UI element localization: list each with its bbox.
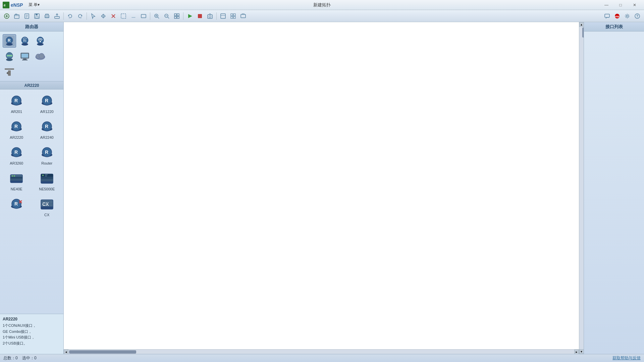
CX-label: CX [44, 213, 49, 217]
scroll-right-button[interactable]: ► [574, 350, 579, 354]
info-description: 1个CON/AUX接口， GE Combo接口， 1个Mini USB接口， 2… [3, 323, 61, 346]
svg-point-98 [12, 175, 13, 177]
restore-button[interactable]: □ [614, 2, 627, 8]
svg-rect-73 [5, 68, 14, 70]
select-button[interactable] [89, 11, 98, 21]
device-AR201[interactable]: R AR201 [3, 92, 31, 115]
canvas-scrollbar-h[interactable]: ◄ ► [64, 349, 579, 354]
lasso-button[interactable] [119, 11, 128, 21]
device-9[interactable]: R [3, 195, 31, 219]
NE5000E-label: NE5000E [39, 187, 55, 191]
device-CX[interactable]: CX CX [33, 195, 61, 219]
router2-category-icon[interactable]: Ri [18, 34, 32, 48]
canvas-area[interactable]: ▲ ▼ ◄ ► [64, 22, 584, 354]
open-sample-button[interactable] [22, 11, 32, 21]
settings-button[interactable] [623, 11, 632, 21]
device-Router[interactable]: R Router [33, 144, 61, 167]
close-button[interactable]: ✕ [628, 2, 641, 8]
topology-view-button[interactable] [218, 11, 228, 21]
right-panel: 接口列表 [584, 22, 644, 354]
scroll-down-button[interactable]: ▼ [579, 349, 584, 354]
svg-rect-5 [14, 15, 19, 18]
device-AR3260[interactable]: R AR3260 [3, 144, 31, 167]
device-AR2220[interactable]: R AR2220 [3, 118, 31, 141]
save-button[interactable] [32, 11, 42, 21]
device-NE40E[interactable]: NE40E [3, 170, 31, 193]
device-AR2240[interactable]: R AR2240 [33, 118, 61, 141]
redo-button[interactable] [75, 11, 85, 21]
undo-button[interactable] [65, 11, 75, 21]
device-AR1220[interactable]: R AR1220 [33, 92, 61, 115]
scroll-thumb-v[interactable] [582, 27, 584, 38]
scroll-thumb-h[interactable] [69, 350, 136, 354]
router-category-icon[interactable]: R [3, 34, 16, 48]
toolbar-sep-5 [216, 12, 217, 20]
selected-value: 0 [34, 356, 37, 360]
svg-rect-102 [41, 179, 53, 181]
svg-rect-74 [8, 70, 11, 76]
svg-point-72 [39, 53, 44, 59]
help-button[interactable]: ? [633, 11, 642, 21]
fit-view-button[interactable] [172, 11, 181, 21]
app-title-text: eNSP [11, 2, 23, 8]
rect-button[interactable] [139, 11, 148, 21]
device-list-scroll[interactable]: R AR201 R AR1220 [0, 89, 63, 314]
capture-button[interactable] [238, 11, 248, 21]
wireless-category-icon[interactable] [34, 34, 47, 48]
svg-rect-110 [41, 206, 53, 209]
huawei-logo: HW [612, 11, 622, 21]
toolbar-sep-2 [87, 12, 87, 20]
chat-button[interactable] [602, 11, 612, 21]
new-topology-button[interactable] [2, 11, 11, 21]
svg-point-65 [6, 58, 13, 61]
delete-button[interactable] [109, 11, 118, 21]
device-NE5000E[interactable]: NE5000E [33, 170, 61, 193]
toolbar-sep-4 [183, 12, 183, 20]
terminal-category-icon[interactable] [3, 65, 16, 78]
AR2220-icon: R [9, 120, 24, 134]
svg-rect-38 [231, 14, 233, 16]
stop-all-button[interactable] [195, 11, 205, 21]
minimize-button[interactable]: — [600, 2, 613, 8]
switch-category-icon[interactable] [3, 50, 16, 63]
device-list-container: AR2220 R AR201 [0, 81, 63, 314]
zoom-in-button[interactable] [152, 11, 161, 21]
device-subcategory-header: AR2220 [0, 81, 63, 89]
print-button[interactable] [42, 11, 52, 21]
svg-rect-28 [174, 14, 176, 16]
export-button[interactable] [52, 11, 62, 21]
start-all-button[interactable] [185, 11, 195, 21]
zoom-out-button[interactable] [162, 11, 171, 21]
cloud-category-icon[interactable] [34, 50, 47, 63]
toolbar-sep-1 [63, 12, 64, 20]
svg-point-58 [37, 43, 44, 46]
svg-text:R: R [8, 38, 11, 43]
scroll-up-button[interactable]: ▲ [579, 22, 584, 27]
svg-rect-96 [10, 179, 22, 181]
pc-category-icon[interactable] [18, 50, 32, 63]
app-logo: e eNSP [3, 2, 23, 8]
open-file-button[interactable] [12, 11, 21, 21]
pan-button[interactable] [99, 11, 108, 21]
svg-text:R: R [14, 149, 18, 155]
scroll-left-button[interactable]: ◄ [64, 350, 68, 354]
AR2240-label: AR2240 [40, 135, 54, 139]
logo-icon: e [3, 2, 9, 8]
right-panel-header: 接口列表 [584, 22, 644, 32]
total-label: 总数： [3, 356, 15, 360]
svg-text:R: R [45, 98, 48, 103]
Router-label: Router [41, 161, 52, 165]
help-link[interactable]: 获取帮助与反馈 [612, 355, 641, 361]
svg-rect-33 [198, 14, 202, 18]
category-label: 路由器 [25, 24, 38, 30]
grid-button[interactable] [228, 11, 238, 21]
menu-button[interactable]: 菜 单▾ [26, 1, 42, 8]
snapshot-button[interactable] [205, 11, 215, 21]
text-button[interactable]: … [129, 11, 138, 21]
svg-rect-12 [36, 16, 38, 18]
svg-point-57 [40, 41, 41, 42]
NE5000E-icon [40, 171, 54, 186]
canvas-scrollbar-v[interactable]: ▲ ▼ [579, 22, 584, 354]
AR2220-label: AR2220 [10, 135, 23, 139]
device9-icon: R [9, 197, 24, 212]
